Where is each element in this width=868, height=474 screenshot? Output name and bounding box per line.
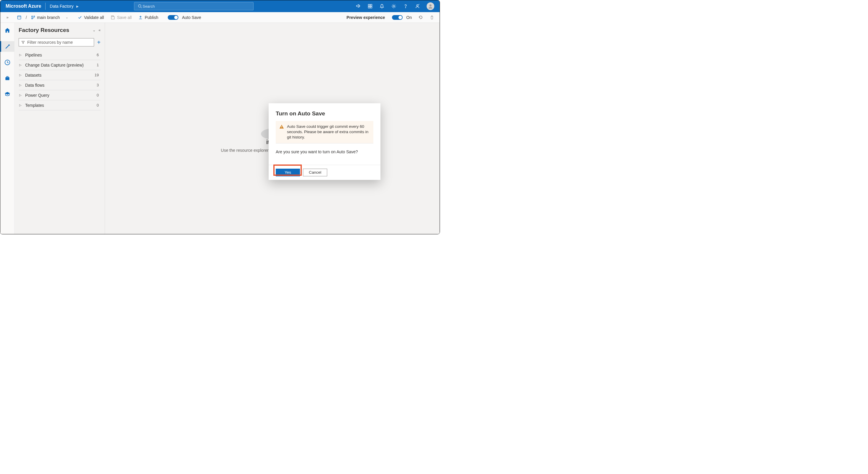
resource-label: Templates: [25, 103, 97, 108]
resource-item[interactable]: ▷Templates0: [19, 100, 101, 110]
svg-rect-4: [368, 6, 370, 8]
chevron-right-icon: ▷: [19, 63, 23, 67]
warning-icon: [279, 124, 284, 140]
resource-label: Pipelines: [25, 53, 97, 57]
panel-title: Factory Resources: [19, 27, 69, 33]
header-right-icons: [355, 2, 440, 10]
add-resource-button[interactable]: +: [97, 39, 101, 46]
breadcrumb-label: Data Factory: [50, 4, 73, 8]
resource-item[interactable]: ▷Power Query0: [19, 90, 101, 100]
branch-name: main branch: [37, 15, 60, 20]
resource-label: Power Query: [25, 93, 97, 98]
svg-rect-2: [368, 4, 370, 6]
svg-point-0: [138, 5, 141, 7]
branch-icon: [31, 15, 35, 20]
nav-monitor-icon[interactable]: [0, 57, 14, 68]
validate-label: Validate all: [84, 15, 104, 20]
cancel-button[interactable]: Cancel: [303, 169, 327, 176]
search-placeholder: Search: [143, 4, 155, 8]
resource-count: 6: [97, 53, 100, 57]
nav-learn-icon[interactable]: [0, 89, 14, 100]
bell-icon[interactable]: [379, 4, 384, 9]
resource-item[interactable]: ▷Datasets19: [19, 70, 101, 80]
validate-all-button[interactable]: Validate all: [75, 15, 106, 20]
svg-line-1: [141, 7, 142, 8]
chevron-right-icon: ▷: [19, 84, 23, 87]
search-input[interactable]: Search: [134, 2, 253, 10]
autosave-modal: Turn on Auto Save Auto Save could trigge…: [269, 103, 380, 180]
svg-rect-10: [18, 16, 21, 19]
nav-manage-icon[interactable]: [0, 73, 14, 84]
factory-resources-panel: Factory Resources ⌄ « Filter resources b…: [14, 23, 105, 234]
resource-item[interactable]: ▷Change Data Capture (preview)1: [19, 60, 101, 70]
collapse-panel-icon[interactable]: «: [98, 28, 101, 32]
announcement-icon[interactable]: [355, 4, 361, 9]
azure-top-bar: Microsoft Azure Data Factory ▶ Search: [0, 0, 440, 12]
directories-icon[interactable]: [367, 4, 373, 9]
svg-point-7: [405, 7, 406, 8]
autosave-toggle[interactable]: Auto Save: [165, 15, 204, 20]
warning-text: Auto Save could trigger git commit every…: [287, 124, 370, 140]
publish-icon: [138, 15, 143, 20]
autosave-label: Auto Save: [182, 15, 201, 20]
svg-point-11: [32, 16, 33, 17]
left-nav-strip: [0, 23, 14, 234]
toggle-icon: [168, 15, 178, 20]
avatar[interactable]: [427, 2, 434, 10]
publish-label: Publish: [145, 15, 158, 20]
nav-author-icon[interactable]: [0, 41, 14, 52]
svg-point-6: [393, 5, 394, 7]
resource-list: ▷Pipelines6 ▷Change Data Capture (previe…: [19, 50, 101, 110]
filter-placeholder: Filter resources by name: [27, 40, 73, 45]
refresh-button[interactable]: [416, 15, 426, 20]
filter-input[interactable]: Filter resources by name: [19, 38, 94, 46]
resource-count: 0: [97, 103, 100, 107]
svg-rect-27: [281, 128, 282, 128]
resource-count: 1: [97, 63, 100, 67]
repo-icon[interactable]: [14, 15, 24, 20]
slash: /: [26, 15, 27, 20]
svg-point-9: [429, 4, 431, 6]
chevron-right-icon: ▷: [19, 73, 23, 76]
preview-label: Preview experience: [346, 15, 385, 20]
modal-question: Are you sure you want to turn on Auto Sa…: [276, 150, 373, 154]
save-all-button: Save all: [108, 15, 134, 20]
modal-title: Turn on Auto Save: [276, 110, 373, 117]
collapse-all-icon[interactable]: ⌄: [93, 28, 96, 32]
chevron-down-icon: ⌄: [66, 16, 68, 19]
chevron-right-icon: ▷: [19, 94, 23, 97]
search-icon: [137, 4, 143, 9]
branch-selector[interactable]: main branch ⌄: [29, 15, 70, 20]
svg-rect-3: [370, 4, 372, 6]
resource-item[interactable]: ▷Pipelines6: [19, 50, 101, 60]
chevron-right-icon: ▶: [76, 5, 79, 8]
svg-rect-5: [370, 6, 372, 8]
feedback-icon[interactable]: [415, 4, 420, 9]
resource-label: Change Data Capture (preview): [25, 63, 97, 67]
svg-rect-26: [281, 126, 282, 127]
trash-icon: [430, 15, 434, 20]
svg-point-12: [34, 16, 35, 17]
save-label: Save all: [117, 15, 132, 20]
delete-button[interactable]: [427, 15, 437, 20]
chevron-right-icon: ▷: [19, 53, 23, 57]
svg-point-8: [416, 5, 418, 6]
breadcrumb[interactable]: Data Factory ▶: [45, 4, 83, 8]
nav-home-icon[interactable]: [0, 25, 14, 36]
resource-count: 0: [97, 93, 100, 97]
modal-warning: Auto Save could trigger git commit every…: [276, 121, 373, 144]
brand-label: Microsoft Azure: [0, 4, 45, 9]
action-bar: » / main branch ⌄ Validate all Save all …: [0, 12, 440, 23]
resource-count: 19: [95, 73, 100, 77]
preview-experience-toggle[interactable]: Preview experience On: [344, 15, 414, 20]
filter-icon: [21, 40, 25, 44]
yes-button[interactable]: Yes: [276, 169, 300, 176]
refresh-icon: [418, 15, 423, 20]
expand-toggle-icon[interactable]: »: [2, 15, 13, 20]
check-icon: [78, 15, 82, 20]
help-icon[interactable]: [403, 4, 408, 9]
gear-icon[interactable]: [391, 4, 396, 9]
svg-rect-16: [5, 77, 9, 80]
resource-item[interactable]: ▷Data flows3: [19, 80, 101, 90]
publish-button[interactable]: Publish: [136, 15, 161, 20]
